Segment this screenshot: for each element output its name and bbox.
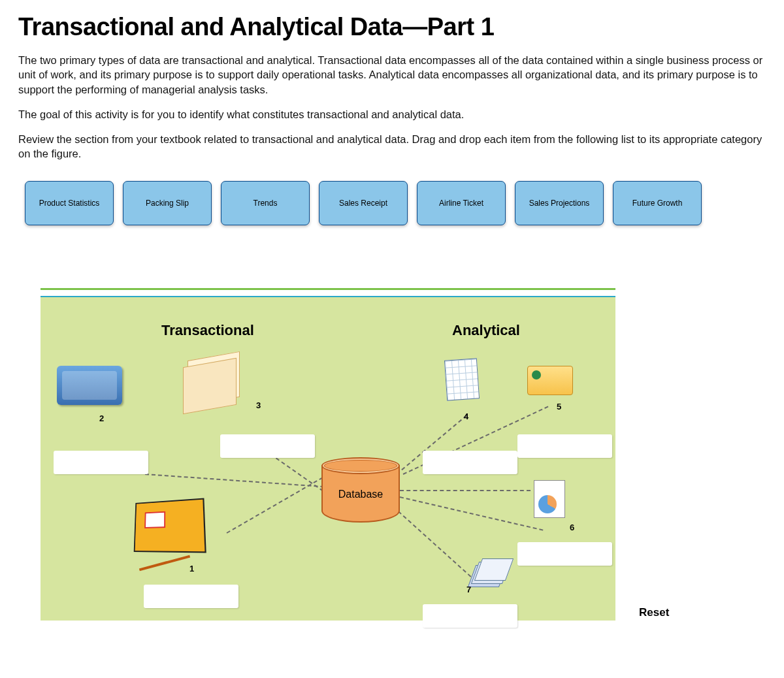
drag-item-sales-receipt[interactable]: Sales Receipt — [319, 181, 408, 225]
category-label-analytical: Analytical — [452, 322, 520, 339]
sales-receipt-icon — [188, 351, 240, 406]
drag-item-sales-projections[interactable]: Sales Projections — [515, 181, 604, 225]
drop-number-3: 3 — [256, 400, 261, 410]
drag-item-packing-slip[interactable]: Packing Slip — [123, 181, 212, 225]
connector-line — [145, 474, 324, 487]
drop-target-5[interactable] — [517, 434, 612, 458]
drag-item-product-statistics[interactable]: Product Statistics — [25, 181, 114, 225]
intro-paragraph-2: The goal of this activity is for you to … — [18, 107, 766, 121]
intro-paragraph-3: Review the section from your textbook re… — [18, 132, 766, 161]
reset-button[interactable]: Reset — [639, 606, 669, 619]
drop-target-4[interactable] — [423, 451, 517, 474]
diagram: Transactional Analytical Database — [41, 294, 615, 621]
drop-number-2: 2 — [99, 413, 104, 423]
page-title: Transactional and Analytical Data—Part 1 — [18, 13, 766, 41]
drop-number-4: 4 — [464, 412, 468, 421]
connector-line — [393, 506, 476, 581]
drop-target-3[interactable] — [220, 434, 315, 458]
drag-source-row: Product Statistics Packing Slip Trends S… — [25, 181, 766, 225]
database-icon: Database — [321, 457, 400, 526]
drop-target-1[interactable] — [144, 585, 238, 608]
packing-box-icon — [134, 498, 206, 553]
drop-number-5: 5 — [557, 402, 561, 412]
drop-target-6[interactable] — [517, 542, 612, 566]
drop-target-7[interactable] — [423, 604, 517, 628]
intro-paragraph-1: The two primary types of data are transa… — [18, 53, 766, 97]
drag-item-airline-ticket[interactable]: Airline Ticket — [417, 181, 506, 225]
dashboard-card-icon — [527, 366, 573, 395]
airline-ticket-icon — [57, 366, 122, 405]
connector-line — [400, 496, 544, 531]
drag-item-trends[interactable]: Trends — [221, 181, 310, 225]
drop-number-7: 7 — [466, 585, 471, 594]
database-label: Database — [321, 489, 400, 500]
drop-number-1: 1 — [189, 564, 194, 573]
connector-line — [400, 490, 531, 491]
drop-target-2[interactable] — [54, 451, 148, 474]
figure-container: Transactional Analytical Database — [18, 294, 766, 621]
drag-item-future-growth[interactable]: Future Growth — [613, 181, 702, 225]
drop-number-6: 6 — [570, 523, 574, 532]
intro-text: The two primary types of data are transa… — [18, 53, 766, 161]
pie-report-icon — [534, 480, 565, 518]
paper-stack-icon — [472, 558, 508, 585]
spreadsheet-icon — [444, 358, 480, 400]
pen-icon — [139, 555, 190, 571]
category-label-transactional: Transactional — [161, 322, 254, 339]
